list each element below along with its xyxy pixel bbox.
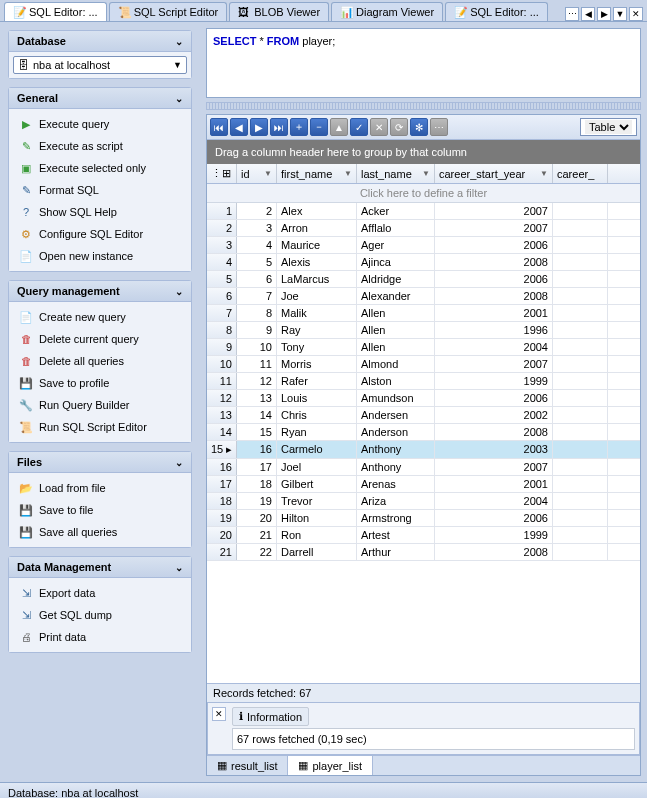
cell-id[interactable]: 2	[237, 203, 277, 219]
row-number[interactable]: 14	[207, 424, 237, 440]
cell-id[interactable]: 5	[237, 254, 277, 270]
row-number[interactable]: 9	[207, 339, 237, 355]
cell-first-name[interactable]: Darrell	[277, 544, 357, 560]
menu-item[interactable]: ▣Execute selected only	[13, 157, 187, 179]
menu-item[interactable]: 📂Load from file	[13, 477, 187, 499]
database-selector[interactable]: 🗄 nba at localhost ▼	[13, 56, 187, 74]
cell-id[interactable]: 15	[237, 424, 277, 440]
table-row[interactable]: 2021RonArtest1999	[207, 527, 640, 544]
cell-year[interactable]: 1999	[435, 373, 553, 389]
cell-end[interactable]	[553, 254, 608, 270]
cell-end[interactable]	[553, 339, 608, 355]
table-row[interactable]: 67JoeAlexander2008	[207, 288, 640, 305]
cell-id[interactable]: 16	[237, 441, 277, 458]
cell-last-name[interactable]: Ager	[357, 237, 435, 253]
cell-last-name[interactable]: Allen	[357, 339, 435, 355]
row-number[interactable]: 7	[207, 305, 237, 321]
refresh-button[interactable]: ✻	[410, 118, 428, 136]
row-number[interactable]: 18	[207, 493, 237, 509]
more-button[interactable]: ⋯	[430, 118, 448, 136]
table-row[interactable]: 910TonyAllen2004	[207, 339, 640, 356]
cell-year[interactable]: 2008	[435, 424, 553, 440]
cell-first-name[interactable]: Gilbert	[277, 476, 357, 492]
col-id[interactable]: id▼	[237, 164, 277, 183]
row-number[interactable]: 20	[207, 527, 237, 543]
cell-first-name[interactable]: Morris	[277, 356, 357, 372]
row-number[interactable]: 12	[207, 390, 237, 406]
cell-last-name[interactable]: Anderson	[357, 424, 435, 440]
cell-last-name[interactable]: Amundson	[357, 390, 435, 406]
cell-year[interactable]: 2008	[435, 288, 553, 304]
collapse-icon[interactable]: ⌄	[175, 286, 183, 297]
cell-id[interactable]: 22	[237, 544, 277, 560]
table-row[interactable]: 1112RaferAlston1999	[207, 373, 640, 390]
cell-first-name[interactable]: Ray	[277, 322, 357, 338]
menu-item[interactable]: ?Show SQL Help	[13, 201, 187, 223]
cell-first-name[interactable]: Arron	[277, 220, 357, 236]
table-row[interactable]: 23ArronAfflalo2007	[207, 220, 640, 237]
cell-year[interactable]: 2002	[435, 407, 553, 423]
menu-item[interactable]: ✎Format SQL	[13, 179, 187, 201]
editor-tab[interactable]: 📝SQL Editor: ...	[445, 2, 548, 21]
cell-end[interactable]	[553, 305, 608, 321]
cell-end[interactable]	[553, 322, 608, 338]
menu-item[interactable]: 💾Save all queries	[13, 521, 187, 543]
row-number[interactable]: 5	[207, 271, 237, 287]
cell-last-name[interactable]: Allen	[357, 322, 435, 338]
cell-end[interactable]	[553, 373, 608, 389]
menu-item[interactable]: ⚙Configure SQL Editor	[13, 223, 187, 245]
table-row[interactable]: 1314ChrisAndersen2002	[207, 407, 640, 424]
cell-year[interactable]: 2006	[435, 237, 553, 253]
collapse-icon[interactable]: ⌄	[175, 562, 183, 573]
cell-last-name[interactable]: Ajinca	[357, 254, 435, 270]
cell-last-name[interactable]: Armstrong	[357, 510, 435, 526]
cell-last-name[interactable]: Anthony	[357, 441, 435, 458]
row-number[interactable]: 8	[207, 322, 237, 338]
tab-nav-button[interactable]: ✕	[629, 7, 643, 21]
add-button[interactable]: ＋	[290, 118, 308, 136]
menu-item[interactable]: 📜Run SQL Script Editor	[13, 416, 187, 438]
filter-bar[interactable]: Click here to define a filter	[207, 184, 640, 203]
chevron-down-icon[interactable]: ▼	[344, 169, 352, 178]
table-row[interactable]: 12AlexAcker2007	[207, 203, 640, 220]
cell-first-name[interactable]: Hilton	[277, 510, 357, 526]
cell-year[interactable]: 2007	[435, 356, 553, 372]
cell-last-name[interactable]: Afflalo	[357, 220, 435, 236]
menu-item[interactable]: 💾Save to file	[13, 499, 187, 521]
splitter[interactable]	[206, 102, 641, 110]
cell-first-name[interactable]: Tony	[277, 339, 357, 355]
row-number[interactable]: 2	[207, 220, 237, 236]
tab-player-list[interactable]: ▦player_list	[288, 756, 373, 775]
sql-editor[interactable]: SELECT * FROM player;	[206, 28, 641, 98]
cell-end[interactable]	[553, 356, 608, 372]
collapse-icon[interactable]: ⌄	[175, 457, 183, 468]
cell-end[interactable]	[553, 493, 608, 509]
col-first-name[interactable]: first_name▼	[277, 164, 357, 183]
cell-first-name[interactable]: Malik	[277, 305, 357, 321]
cell-last-name[interactable]: Andersen	[357, 407, 435, 423]
cell-last-name[interactable]: Aldridge	[357, 271, 435, 287]
table-row[interactable]: 1819TrevorAriza2004	[207, 493, 640, 510]
cell-year[interactable]: 2004	[435, 493, 553, 509]
cell-id[interactable]: 3	[237, 220, 277, 236]
cell-year[interactable]: 2008	[435, 544, 553, 560]
row-number[interactable]: 3	[207, 237, 237, 253]
table-row[interactable]: 1718GilbertArenas2001	[207, 476, 640, 493]
edit-button[interactable]: ▲	[330, 118, 348, 136]
close-info-button[interactable]: ✕	[212, 707, 226, 721]
row-number[interactable]: 4	[207, 254, 237, 270]
cell-first-name[interactable]: Carmelo	[277, 441, 357, 458]
collapse-icon[interactable]: ⌄	[175, 36, 183, 47]
menu-item[interactable]: 🔧Run Query Builder	[13, 394, 187, 416]
cell-id[interactable]: 21	[237, 527, 277, 543]
table-row[interactable]: 56LaMarcusAldridge2006	[207, 271, 640, 288]
cell-id[interactable]: 12	[237, 373, 277, 389]
last-button[interactable]: ⏭	[270, 118, 288, 136]
cell-year[interactable]: 2004	[435, 339, 553, 355]
cell-id[interactable]: 8	[237, 305, 277, 321]
group-by-bar[interactable]: Drag a column header here to group by th…	[207, 140, 640, 164]
cell-id[interactable]: 10	[237, 339, 277, 355]
cell-first-name[interactable]: Rafer	[277, 373, 357, 389]
cell-last-name[interactable]: Artest	[357, 527, 435, 543]
cell-end[interactable]	[553, 237, 608, 253]
